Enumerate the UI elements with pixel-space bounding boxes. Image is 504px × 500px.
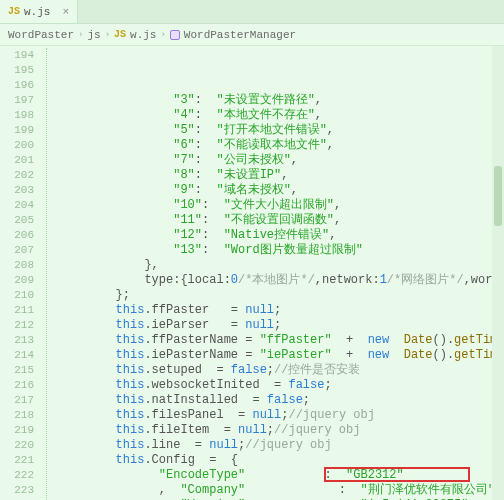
line-number: 198 <box>0 108 34 123</box>
code-line[interactable]: this.natInstalled = false; <box>58 393 504 408</box>
js-file-icon: JS <box>114 29 126 40</box>
code-line[interactable]: "12": "Native控件错误", <box>58 228 504 243</box>
code-line[interactable]: this.iePasterName = "iePaster" + new Dat… <box>58 348 504 363</box>
code-line[interactable]: "10": "文件大小超出限制", <box>58 198 504 213</box>
code-line[interactable]: "7": "公司未授权", <box>58 153 504 168</box>
code-line[interactable]: type:{local:0/*本地图片*/,network:1/*网络图片*/,… <box>58 273 504 288</box>
line-number: 199 <box>0 123 34 138</box>
code-line[interactable]: this.ieParser = null; <box>58 318 504 333</box>
fold-strip[interactable] <box>40 46 54 500</box>
line-number: 222 <box>0 468 34 483</box>
line-number: 194 <box>0 48 34 63</box>
code-line[interactable]: this.setuped = false;//控件是否安装 <box>58 363 504 378</box>
code-line[interactable]: this.filesPanel = null;//jquery obj <box>58 408 504 423</box>
code-line[interactable]: this.line = null;//jquery obj <box>58 438 504 453</box>
line-number: 213 <box>0 333 34 348</box>
line-number: 204 <box>0 198 34 213</box>
line-number: 219 <box>0 423 34 438</box>
js-file-icon: JS <box>8 6 20 17</box>
code-line[interactable]: this.fileItem = null;//jquery obj <box>58 423 504 438</box>
line-number: 214 <box>0 348 34 363</box>
line-number: 196 <box>0 78 34 93</box>
code-editor[interactable]: 1941951961971981992002012022032042052062… <box>0 46 504 500</box>
line-number: 210 <box>0 288 34 303</box>
line-number: 203 <box>0 183 34 198</box>
line-number: 205 <box>0 213 34 228</box>
code-line[interactable]: "11": "不能设置回调函数", <box>58 213 504 228</box>
chevron-right-icon: › <box>160 30 165 40</box>
code-line[interactable]: this.Config = { <box>58 453 504 468</box>
line-number: 209 <box>0 273 34 288</box>
line-number: 223 <box>0 483 34 498</box>
line-number: 218 <box>0 408 34 423</box>
code-line[interactable]: }; <box>58 288 504 303</box>
chevron-right-icon: › <box>78 30 83 40</box>
line-number: 206 <box>0 228 34 243</box>
code-line[interactable]: "3": "未设置文件路径", <box>58 93 504 108</box>
code-line[interactable]: "9": "域名未授权", <box>58 183 504 198</box>
code-line[interactable]: "5": "打开本地文件错误", <box>58 123 504 138</box>
line-number: 201 <box>0 153 34 168</box>
code-line[interactable]: "8": "未设置IP", <box>58 168 504 183</box>
line-number: 197 <box>0 93 34 108</box>
breadcrumb: WordPaster › js › JS w.js › WordPasterMa… <box>0 24 504 46</box>
code-line[interactable]: "EncodeType" : "GB2312" <box>58 468 504 483</box>
method-icon <box>170 30 180 40</box>
line-number: 202 <box>0 168 34 183</box>
scrollbar-thumb[interactable] <box>494 166 502 226</box>
breadcrumb-part[interactable]: WordPasterManager <box>184 29 296 41</box>
line-number: 220 <box>0 438 34 453</box>
chevron-right-icon: › <box>105 30 110 40</box>
line-number: 216 <box>0 378 34 393</box>
line-number: 221 <box>0 453 34 468</box>
line-number: 195 <box>0 63 34 78</box>
line-number-gutter: 1941951961971981992002012022032042052062… <box>0 46 40 500</box>
line-number: 212 <box>0 318 34 333</box>
code-line[interactable]: this.ffPasterName = "ffPaster" + new Dat… <box>58 333 504 348</box>
line-number: 217 <box>0 393 34 408</box>
tab-bar: JS w.js × <box>0 0 504 24</box>
line-number: 200 <box>0 138 34 153</box>
code-line[interactable]: "13": "Word图片数量超过限制" <box>58 243 504 258</box>
breadcrumb-part[interactable]: w.js <box>130 29 156 41</box>
file-tab[interactable]: JS w.js × <box>0 0 78 23</box>
close-icon[interactable]: × <box>62 6 69 18</box>
breadcrumb-part[interactable]: js <box>87 29 100 41</box>
code-line[interactable]: this.websocketInited = false; <box>58 378 504 393</box>
line-number: 211 <box>0 303 34 318</box>
code-line[interactable]: "4": "本地文件不存在", <box>58 108 504 123</box>
code-line[interactable]: , "Company" : "荆门泽优软件有限公司" <box>58 483 504 498</box>
code-line[interactable]: "6": "不能读取本地文件", <box>58 138 504 153</box>
vertical-scrollbar[interactable] <box>492 46 504 500</box>
breadcrumb-part[interactable]: WordPaster <box>8 29 74 41</box>
code-line[interactable]: this.ffPaster = null; <box>58 303 504 318</box>
tab-filename: w.js <box>24 6 50 18</box>
line-number: 215 <box>0 363 34 378</box>
line-number: 208 <box>0 258 34 273</box>
line-number: 207 <box>0 243 34 258</box>
code-line[interactable]: }, <box>58 258 504 273</box>
code-area[interactable]: "3": "未设置文件路径", "4": "本地文件不存在", "5": "打开… <box>54 46 504 500</box>
